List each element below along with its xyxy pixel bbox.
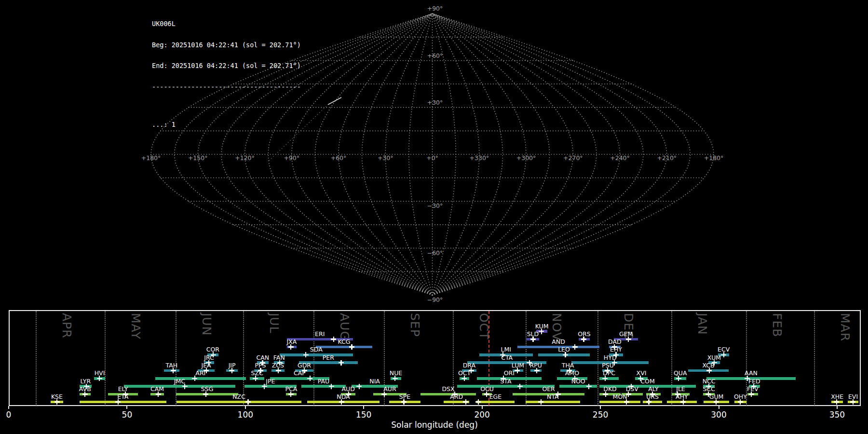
month-gridline [313, 311, 314, 406]
shower-peak-marker [538, 399, 543, 405]
shower-bar [420, 393, 476, 396]
shower-code-label: JPE [266, 379, 275, 385]
axis-tick [8, 406, 9, 409]
shower-code-label: STA [500, 379, 511, 385]
shower-code-label: PAU [318, 379, 329, 385]
shower-code-label: AHY [676, 394, 688, 400]
axis-tick-label: 150 [356, 410, 371, 420]
axis-tick-label: 0 [6, 410, 12, 420]
month-label: JAN [696, 313, 708, 335]
sky-latitude-label: +90° [427, 5, 443, 12]
shower-code-label: HVI [95, 370, 105, 377]
shower-bar [155, 377, 246, 380]
shower-peak-marker [517, 384, 523, 389]
shower-code-label: NUE [390, 370, 402, 377]
shower-code-label: ALY [648, 386, 659, 393]
shower-peak-marker [303, 352, 309, 357]
shower-bar [280, 353, 353, 356]
shower-code-label: NDA [337, 394, 350, 400]
shower-bar [526, 401, 580, 404]
shower-code-label: KCG [338, 339, 351, 345]
shower-code-label: JEA [202, 363, 211, 369]
shower-bar [176, 401, 301, 404]
shower-code-label: EHY [610, 347, 622, 353]
shower-code-label: GEM [619, 331, 633, 338]
shower-code-label: AND [552, 339, 565, 345]
shower-bar [301, 385, 346, 388]
shower-code-label: ETA [117, 394, 128, 400]
shower-code-label: ELY [118, 386, 128, 393]
meteor-plot-window: +180°+150°+120°+90°+60°+30°+0°+330°+300°… [0, 0, 868, 434]
shower-code-label: PPS [255, 363, 266, 369]
month-gridline [671, 311, 672, 406]
month-gridline [526, 311, 527, 406]
shower-code-label: TAH [166, 363, 178, 369]
x-axis-title: Solar longitude (deg) [391, 420, 478, 430]
shower-code-label: DPC [603, 370, 615, 377]
axis-tick [126, 406, 127, 409]
shower-code-label: ARD [450, 394, 463, 400]
month-gridline [814, 311, 815, 406]
shower-code-label: DSX [442, 386, 454, 393]
axis-tick-label: 300 [711, 410, 726, 420]
sky-longitude-label: +180° [704, 154, 724, 162]
sky-longitude-label: +240° [610, 154, 630, 162]
shower-code-label: PSU [602, 363, 614, 369]
month-label: JUL [268, 313, 280, 334]
shower-code-label: FAN [273, 355, 285, 361]
month-label: AUG [339, 313, 351, 341]
shower-code-label: CAP [294, 370, 306, 377]
shower-bar [643, 401, 662, 404]
end-time: End: 20251016 04:22:41 (sol = 202.71°) [152, 62, 301, 69]
shower-code-label: SDA [310, 347, 323, 353]
shower-code-label: PER [323, 355, 334, 361]
shower-code-label: NCC [703, 379, 716, 385]
shower-code-label: AVB [79, 386, 91, 393]
shower-code-label: KSE [51, 394, 63, 400]
shower-code-label: ERI [315, 331, 325, 338]
shower-code-label: SZC [251, 370, 263, 377]
month-gridline [597, 311, 598, 406]
shower-code-label: LEO [558, 347, 570, 353]
month-gridline [243, 311, 244, 406]
axis-tick-label: 250 [593, 410, 608, 420]
shower-code-label: AUR [383, 386, 396, 393]
shower-code-label: HYD [604, 355, 617, 361]
shower-code-label: QUA [674, 370, 687, 377]
begin-time: Beg: 20251016 04:22:41 (sol = 202.71°) [152, 41, 301, 49]
shower-peak-marker [339, 360, 344, 366]
shower-peak-marker [329, 384, 334, 389]
axis-tick-label: 200 [474, 410, 489, 420]
shower-code-label: ECV [718, 347, 730, 353]
shower-bar [316, 346, 372, 349]
shower-code-label: MON [613, 394, 627, 400]
month-label: NOV [551, 313, 563, 341]
sky-longitude-label: +150° [188, 154, 208, 162]
shower-peak-marker [463, 399, 468, 405]
sky-longitude-label: +210° [657, 154, 677, 162]
sky-longitude-label: +90° [284, 154, 299, 162]
shower-code-label: EVI [848, 394, 858, 400]
shower-code-label: CAN [257, 355, 270, 361]
shower-code-label: OHY [734, 394, 747, 400]
shower-code-label: JMC [174, 379, 185, 385]
shower-code-label: JXA [286, 339, 297, 345]
shower-code-label: JIP [229, 363, 236, 369]
shower-code-label: OER [542, 386, 555, 393]
shower-code-label: XVI [637, 370, 647, 377]
shower-code-label: LUM [512, 363, 524, 369]
shower-code-label: JLE [676, 386, 685, 393]
sky-longitude-label: +180° [141, 154, 161, 162]
month-gridline [36, 311, 37, 406]
shower-code-label: SSG [201, 386, 214, 393]
observation-header: UK006L Beg: 20251016 04:22:41 (sol = 202… [152, 6, 301, 142]
shower-code-label: SLD [527, 331, 539, 338]
shower-peak-marker [475, 399, 481, 405]
shower-code-label: FEV [747, 386, 759, 393]
shower-code-label: RPU [530, 363, 542, 369]
shower-code-label: JRC [204, 355, 214, 361]
sky-longitude-label: +60° [331, 154, 347, 162]
shower-code-label: LMI [501, 347, 511, 353]
shower-code-label: ORS [578, 331, 590, 338]
shower-code-label: XUM [707, 355, 721, 361]
